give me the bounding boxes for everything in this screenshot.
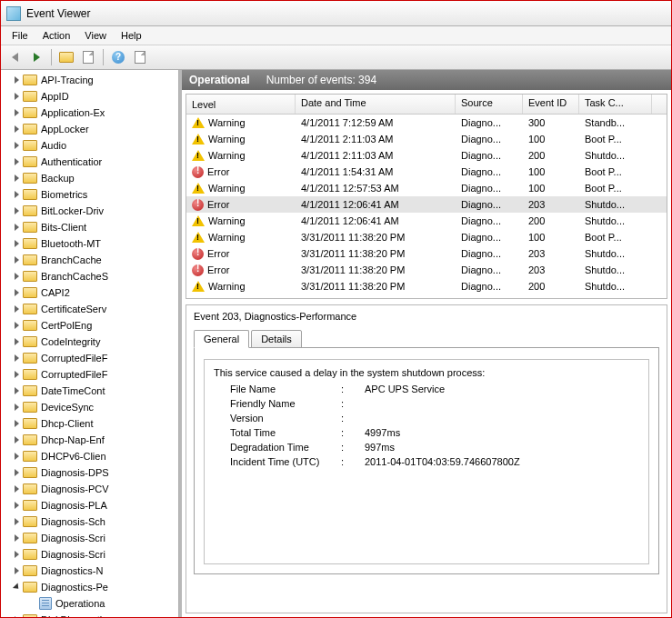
expander-icon[interactable] bbox=[12, 468, 21, 477]
tree-panel[interactable]: API-TracingAppIDApplication-ExAppLockerA… bbox=[1, 70, 179, 617]
tab-general[interactable]: General bbox=[194, 330, 249, 348]
event-row[interactable]: Warning4/1/2011 7:12:59 AMDiagno...300St… bbox=[186, 115, 667, 131]
tree-item[interactable]: Bluetooth-MT bbox=[1, 235, 178, 252]
event-row[interactable]: Warning3/31/2011 11:38:20 PMDiagno...200… bbox=[186, 278, 667, 294]
tree-item[interactable]: CorruptedFileF bbox=[1, 366, 178, 383]
event-row[interactable]: Warning3/31/2011 11:38:20 PMDiagno...100… bbox=[186, 229, 667, 245]
show-hide-tree-button[interactable] bbox=[56, 47, 76, 67]
tree-item[interactable]: API-Tracing bbox=[1, 72, 178, 88]
expander-icon[interactable] bbox=[12, 321, 21, 330]
expander-icon[interactable] bbox=[12, 452, 21, 461]
expander-icon[interactable] bbox=[12, 75, 21, 85]
tree-item[interactable]: CertificateServ bbox=[1, 301, 178, 317]
event-row[interactable]: Warning4/1/2011 12:06:41 AMDiagno...200S… bbox=[186, 213, 667, 229]
tree-item[interactable]: Diagnosis-Sch bbox=[1, 513, 178, 530]
tree-item[interactable]: Backup bbox=[1, 170, 178, 186]
folder-icon bbox=[23, 271, 37, 282]
expander-icon[interactable] bbox=[12, 550, 21, 559]
tree-item[interactable]: DeviceSync bbox=[1, 399, 178, 415]
expander-icon[interactable] bbox=[12, 108, 21, 117]
toolbar-button[interactable] bbox=[130, 47, 150, 67]
menu-action[interactable]: Action bbox=[35, 28, 78, 43]
expander-icon[interactable] bbox=[12, 583, 21, 592]
tree-item[interactable]: Diagnosis-PLA bbox=[1, 497, 178, 513]
col-level[interactable]: Level bbox=[186, 95, 296, 114]
expander-icon[interactable] bbox=[12, 174, 21, 183]
tab-details[interactable]: Details bbox=[251, 330, 302, 348]
tree-item-operational[interactable]: Operationa bbox=[1, 595, 178, 612]
event-row[interactable]: Warning4/1/2011 2:11:03 AMDiagno...100Bo… bbox=[186, 131, 667, 147]
expander-icon[interactable] bbox=[12, 206, 21, 215]
event-row[interactable]: Error4/1/2011 12:06:41 AMDiagno...203Shu… bbox=[186, 196, 667, 213]
col-date[interactable]: Date and Time bbox=[296, 95, 456, 114]
expander-icon[interactable] bbox=[12, 419, 21, 428]
expander-icon[interactable] bbox=[12, 501, 21, 510]
expander-icon[interactable] bbox=[12, 370, 21, 379]
expander-icon[interactable] bbox=[12, 272, 21, 281]
expander-icon[interactable] bbox=[12, 517, 21, 526]
tree-item[interactable]: AppID bbox=[1, 88, 178, 105]
expander-icon[interactable] bbox=[12, 566, 21, 575]
expander-icon[interactable] bbox=[12, 239, 21, 248]
back-button[interactable] bbox=[5, 47, 25, 67]
expander-icon[interactable] bbox=[12, 484, 21, 493]
expander-icon[interactable] bbox=[12, 435, 21, 444]
event-list[interactable]: Level Date and Time Source Event ID Task… bbox=[186, 94, 667, 299]
event-row[interactable]: Warning4/1/2011 2:11:03 AMDiagno...200Sh… bbox=[186, 147, 667, 164]
expander-icon[interactable] bbox=[12, 337, 21, 346]
tree-item[interactable]: AppLocker bbox=[1, 121, 178, 137]
properties-button[interactable] bbox=[78, 47, 98, 67]
expander-icon[interactable] bbox=[12, 615, 21, 617]
expander-icon[interactable] bbox=[12, 141, 21, 150]
forward-button[interactable] bbox=[26, 47, 46, 67]
expander-icon[interactable] bbox=[12, 157, 21, 166]
expander-icon[interactable] bbox=[12, 125, 21, 134]
event-row[interactable]: Warning4/1/2011 12:57:53 AMDiagno...100B… bbox=[186, 180, 667, 196]
expander-icon[interactable] bbox=[12, 255, 21, 264]
event-row[interactable]: Error3/31/2011 11:38:20 PMDiagno...203Sh… bbox=[186, 262, 667, 278]
expander-icon[interactable] bbox=[12, 354, 21, 363]
expander-icon[interactable] bbox=[12, 403, 21, 412]
tree-item[interactable]: CodeIntegrity bbox=[1, 334, 178, 350]
expander-icon[interactable] bbox=[12, 223, 21, 232]
column-headers[interactable]: Level Date and Time Source Event ID Task… bbox=[186, 95, 667, 115]
col-eventid[interactable]: Event ID bbox=[523, 95, 579, 114]
tree-item[interactable]: DiskDiagnostic bbox=[1, 612, 178, 617]
tree-item[interactable]: DateTimeCont bbox=[1, 383, 178, 399]
tree-item[interactable]: Diagnosis-Scri bbox=[1, 530, 178, 546]
expander-icon[interactable] bbox=[12, 288, 21, 297]
tree-item[interactable]: DHCPv6-Clien bbox=[1, 448, 178, 464]
tree-item[interactable]: Dhcp-Nap-Enf bbox=[1, 432, 178, 448]
menu-view[interactable]: View bbox=[77, 28, 114, 43]
col-task[interactable]: Task C... bbox=[579, 95, 652, 114]
tree-item[interactable]: CAPI2 bbox=[1, 284, 178, 301]
help-button[interactable]: ? bbox=[108, 47, 128, 67]
tree-item[interactable]: Audio bbox=[1, 137, 178, 154]
tree-item[interactable]: BranchCacheS bbox=[1, 268, 178, 284]
tree-item[interactable]: Authenticatior bbox=[1, 154, 178, 170]
menu-help[interactable]: Help bbox=[114, 28, 149, 43]
tree-item[interactable]: CertPolEng bbox=[1, 317, 178, 334]
event-row[interactable]: Error3/31/2011 11:38:20 PMDiagno...203Sh… bbox=[186, 245, 667, 262]
expander-icon[interactable] bbox=[12, 386, 21, 395]
tree-item[interactable]: Bits-Client bbox=[1, 219, 178, 235]
tree-item[interactable]: Diagnosis-PCV bbox=[1, 481, 178, 497]
expander-icon[interactable] bbox=[12, 190, 21, 199]
col-source[interactable]: Source bbox=[456, 95, 523, 114]
expander-icon[interactable] bbox=[12, 304, 21, 314]
tree-item[interactable]: Dhcp-Client bbox=[1, 415, 178, 432]
folder-icon bbox=[23, 124, 37, 135]
tree-item[interactable]: BitLocker-Driv bbox=[1, 203, 178, 219]
tree-item[interactable]: Diagnostics-Pe bbox=[1, 579, 178, 595]
tree-item[interactable]: Diagnostics-N bbox=[1, 563, 178, 579]
tree-item[interactable]: Diagnosis-DPS bbox=[1, 464, 178, 481]
expander-icon[interactable] bbox=[12, 533, 21, 543]
tree-item[interactable]: CorruptedFileF bbox=[1, 350, 178, 366]
event-row[interactable]: Error4/1/2011 1:54:31 AMDiagno...100Boot… bbox=[186, 164, 667, 180]
tree-item[interactable]: Application-Ex bbox=[1, 105, 178, 121]
tree-item[interactable]: BranchCache bbox=[1, 252, 178, 268]
menu-file[interactable]: File bbox=[5, 28, 35, 43]
expander-icon[interactable] bbox=[12, 92, 21, 101]
tree-item[interactable]: Diagnosis-Scri bbox=[1, 546, 178, 563]
tree-item[interactable]: Biometrics bbox=[1, 186, 178, 203]
